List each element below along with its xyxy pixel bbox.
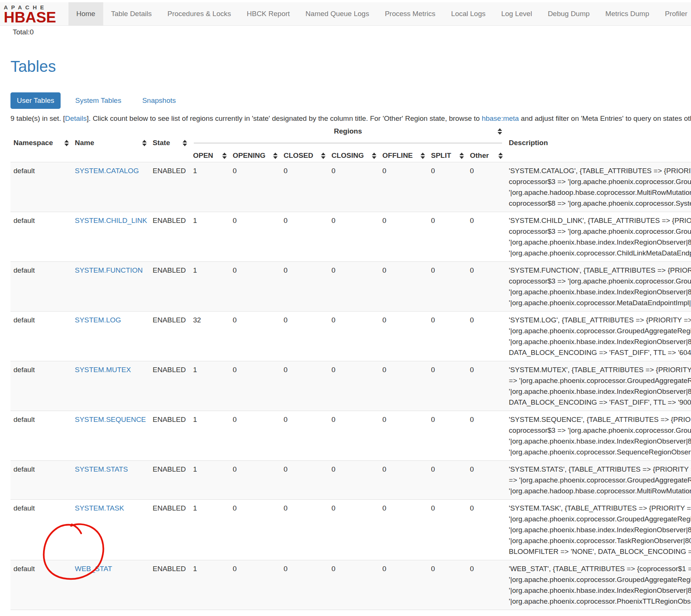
cell-closed-count[interactable]: 0: [281, 361, 328, 411]
column-header-closed[interactable]: CLOSED: [281, 149, 328, 162]
nav-item-link[interactable]: HBCK Report: [239, 2, 298, 25]
cell-closing-count[interactable]: 0: [328, 461, 379, 500]
sort-icon[interactable]: [222, 153, 227, 159]
cell-offline-count[interactable]: 0: [379, 262, 428, 312]
cell-split-count[interactable]: 0: [428, 411, 467, 461]
cell-closed-count[interactable]: 0: [281, 461, 328, 500]
hbase-logo[interactable]: APACHE HBASE: [4, 4, 68, 24]
nav-item[interactable]: Process Metrics: [377, 2, 443, 25]
cell-other-count[interactable]: 0: [467, 461, 506, 500]
cell-opening-count[interactable]: 0: [230, 411, 281, 461]
cell-open-count[interactable]: 1: [190, 411, 230, 461]
cell-closed-count[interactable]: 0: [281, 312, 328, 361]
cell-opening-count[interactable]: 0: [230, 361, 281, 411]
cell-closing-count[interactable]: 0: [328, 560, 379, 610]
cell-open-count[interactable]: 1: [190, 560, 230, 610]
sort-icon[interactable]: [498, 128, 502, 135]
nav-item-link[interactable]: Process Metrics: [377, 2, 443, 25]
sort-icon[interactable]: [273, 153, 278, 159]
table-name-link[interactable]: WEB_STAT: [75, 565, 112, 573]
cell-other-count[interactable]: 0: [467, 500, 506, 560]
cell-split-count[interactable]: 0: [428, 312, 467, 361]
hbase-meta-link[interactable]: hbase:meta: [482, 114, 519, 122]
cell-opening-count[interactable]: 0: [230, 162, 281, 212]
table-name-link[interactable]: SYSTEM.CHILD_LINK: [75, 217, 147, 224]
cell-open-count[interactable]: 1: [190, 500, 230, 560]
cell-split-count[interactable]: 0: [428, 262, 467, 312]
cell-opening-count[interactable]: 0: [230, 262, 281, 312]
cell-opening-count[interactable]: 0: [230, 212, 281, 262]
cell-other-count[interactable]: 0: [467, 560, 506, 610]
sort-icon[interactable]: [498, 153, 503, 159]
table-name-link[interactable]: SYSTEM.CATALOG: [75, 167, 139, 175]
cell-other-count[interactable]: 0: [467, 162, 506, 212]
nav-item-link[interactable]: Log Level: [493, 2, 540, 25]
tab-user-tables[interactable]: User Tables: [10, 92, 61, 109]
nav-item-link[interactable]: Profiler: [657, 2, 691, 25]
cell-closing-count[interactable]: 0: [328, 361, 379, 411]
column-header-namespace[interactable]: Namespace: [10, 137, 72, 149]
sort-icon[interactable]: [372, 153, 376, 159]
cell-split-count[interactable]: 0: [428, 500, 467, 560]
regions-group-header[interactable]: Regions: [190, 125, 506, 137]
column-header-state[interactable]: State: [150, 137, 190, 149]
column-header-name[interactable]: Name: [72, 137, 150, 149]
column-header-offline[interactable]: OFFLINE: [379, 149, 428, 162]
cell-offline-count[interactable]: 0: [379, 461, 428, 500]
cell-opening-count[interactable]: 0: [230, 560, 281, 610]
cell-offline-count[interactable]: 0: [379, 560, 428, 610]
sort-icon[interactable]: [64, 140, 69, 146]
table-name-link[interactable]: SYSTEM.FUNCTION: [75, 266, 143, 274]
sort-icon[interactable]: [459, 153, 464, 159]
cell-split-count[interactable]: 0: [428, 361, 467, 411]
nav-item[interactable]: Table Details: [103, 2, 160, 25]
nav-item[interactable]: Procedures & Locks: [159, 2, 239, 25]
cell-other-count[interactable]: 0: [467, 262, 506, 312]
cell-open-count[interactable]: 1: [190, 361, 230, 411]
table-name-link[interactable]: SYSTEM.MUTEX: [75, 366, 131, 374]
sort-icon[interactable]: [321, 153, 325, 159]
nav-item[interactable]: Metrics Dump: [597, 2, 657, 25]
nav-item[interactable]: Local Logs: [443, 2, 493, 25]
sort-icon[interactable]: [142, 140, 147, 146]
nav-item[interactable]: Profiler: [657, 2, 691, 25]
column-header-open[interactable]: OPEN: [190, 149, 230, 162]
cell-opening-count[interactable]: 0: [230, 500, 281, 560]
cell-offline-count[interactable]: 0: [379, 361, 428, 411]
nav-item[interactable]: HBCK Report: [239, 2, 298, 25]
cell-open-count[interactable]: 1: [190, 212, 230, 262]
nav-item-link[interactable]: Local Logs: [443, 2, 493, 25]
cell-offline-count[interactable]: 0: [379, 312, 428, 361]
cell-closing-count[interactable]: 0: [328, 411, 379, 461]
nav-item[interactable]: Debug Dump: [540, 2, 597, 25]
cell-offline-count[interactable]: 0: [379, 212, 428, 262]
cell-offline-count[interactable]: 0: [379, 162, 428, 212]
cell-closed-count[interactable]: 0: [281, 500, 328, 560]
cell-split-count[interactable]: 0: [428, 162, 467, 212]
cell-opening-count[interactable]: 0: [230, 312, 281, 361]
nav-item-link[interactable]: Home: [68, 2, 103, 25]
tab-snapshots[interactable]: Snapshots: [136, 92, 182, 109]
column-header-opening[interactable]: OPENING: [230, 149, 281, 162]
cell-closing-count[interactable]: 0: [328, 312, 379, 361]
column-header-other[interactable]: Other: [467, 149, 506, 162]
nav-item-link[interactable]: Debug Dump: [540, 2, 597, 25]
cell-offline-count[interactable]: 0: [379, 500, 428, 560]
table-name-link[interactable]: SYSTEM.TASK: [75, 504, 124, 512]
table-name-link[interactable]: SYSTEM.SEQUENCE: [75, 416, 146, 423]
column-header-closing[interactable]: CLOSING: [328, 149, 379, 162]
cell-split-count[interactable]: 0: [428, 560, 467, 610]
cell-closing-count[interactable]: 0: [328, 162, 379, 212]
sort-icon[interactable]: [183, 140, 187, 146]
cell-open-count[interactable]: 1: [190, 162, 230, 212]
cell-closed-count[interactable]: 0: [281, 162, 328, 212]
nav-item-link[interactable]: Named Queue Logs: [298, 2, 377, 25]
nav-item-link[interactable]: Procedures & Locks: [159, 2, 239, 25]
column-header-split[interactable]: SPLIT: [428, 149, 467, 162]
cell-opening-count[interactable]: 0: [230, 461, 281, 500]
cell-closed-count[interactable]: 0: [281, 411, 328, 461]
cell-other-count[interactable]: 0: [467, 312, 506, 361]
sort-icon[interactable]: [421, 153, 425, 159]
nav-item-link[interactable]: Metrics Dump: [597, 2, 657, 25]
nav-item[interactable]: Named Queue Logs: [298, 2, 377, 25]
